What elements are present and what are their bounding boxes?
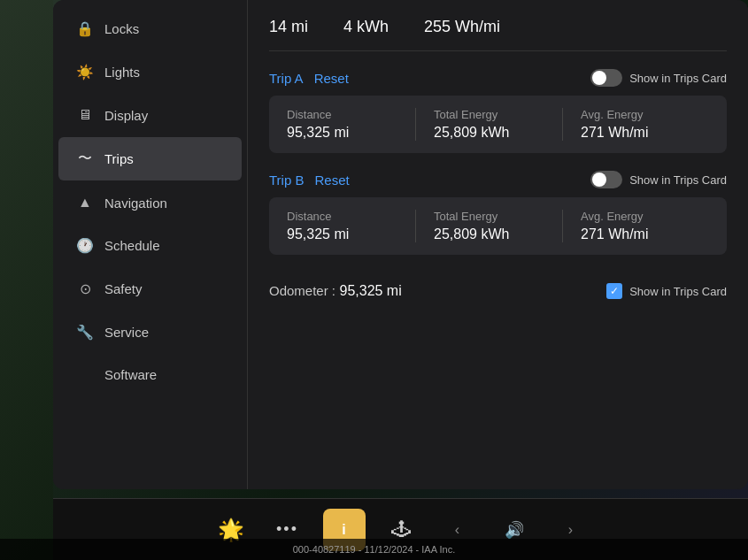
trip-a-energy-label: Total Energy	[434, 108, 562, 121]
trip-a-header: Trip A Reset Show in Trips Card	[269, 69, 727, 87]
sidebar-item-lights[interactable]: ☀️ Lights	[58, 51, 242, 93]
safety-icon: ⊙	[76, 280, 94, 297]
trip-b-header: Trip B Reset Show in Trips Card	[269, 171, 727, 188]
stat-avg-energy-value: 255 Wh/mi	[424, 18, 500, 36]
trip-b-reset-button[interactable]: Reset	[314, 173, 349, 188]
trip-a-avg-value: 271 Wh/mi	[581, 125, 709, 141]
odometer-toggle-container: ✓ Show in Trips Card	[606, 283, 727, 299]
trip-b-avg-energy-cell: Avg. Energy 271 Wh/mi	[562, 210, 709, 242]
trip-a-section: Trip A Reset Show in Trips Card Distance…	[269, 69, 727, 153]
trip-a-toggle-label: Show in Trips Card	[629, 72, 727, 85]
trip-b-energy-value: 25,809 kWh	[434, 226, 562, 242]
stat-distance-value: 14 mi	[269, 18, 308, 36]
trip-b-header-left: Trip B Reset	[269, 173, 350, 188]
sidebar-item-navigation[interactable]: ▲ Navigation	[58, 182, 242, 223]
trip-a-toggle-container: Show in Trips Card	[590, 69, 727, 87]
service-icon: 🔧	[76, 324, 94, 341]
trip-b-toggle-label: Show in Trips Card	[629, 173, 727, 187]
sidebar: 🔒 Locks ☀️ Lights 🖥 Display 〜 Trips ▲ Na…	[53, 0, 248, 489]
sidebar-item-trips[interactable]: 〜 Trips	[58, 137, 242, 180]
sidebar-item-software[interactable]: Software	[58, 355, 242, 395]
odometer-check-icon[interactable]: ✓	[606, 283, 622, 299]
trip-a-distance-cell: Distance 95,325 mi	[287, 108, 415, 141]
stat-avg-energy: 255 Wh/mi	[424, 18, 500, 36]
schedule-icon: 🕐	[76, 237, 94, 254]
trip-b-section: Trip B Reset Show in Trips Card Distance…	[269, 171, 727, 255]
trip-a-distance-value: 95,325 mi	[287, 125, 415, 141]
display-icon: 🖥	[76, 107, 94, 123]
trip-a-energy-value: 25,809 kWh	[434, 125, 562, 141]
trip-a-distance-label: Distance	[287, 108, 415, 121]
sidebar-item-schedule[interactable]: 🕐 Schedule	[58, 225, 242, 266]
odometer-value: 95,325 mi	[339, 283, 401, 298]
trip-a-label: Trip A	[269, 71, 304, 86]
stat-distance: 14 mi	[269, 18, 308, 36]
trip-b-data-row: Distance 95,325 mi Total Energy 25,809 k…	[269, 197, 727, 255]
navigation-icon: ▲	[76, 195, 94, 211]
trip-a-avg-energy-cell: Avg. Energy 271 Wh/mi	[562, 108, 709, 141]
sidebar-item-display[interactable]: 🖥 Display	[58, 95, 242, 135]
trip-b-distance-cell: Distance 95,325 mi	[287, 210, 415, 242]
top-stats-row: 14 mi 4 kWh 255 Wh/mi	[269, 18, 727, 51]
odometer-info: Odometer : 95,325 mi	[269, 283, 402, 299]
odometer-row: Odometer : 95,325 mi ✓ Show in Trips Car…	[269, 272, 727, 310]
main-content-area: 14 mi 4 kWh 255 Wh/mi Trip A Reset Show …	[248, 0, 748, 489]
stat-energy: 4 kWh	[343, 18, 389, 36]
trip-b-distance-label: Distance	[287, 210, 415, 223]
locks-icon: 🔒	[76, 20, 94, 37]
stat-energy-value: 4 kWh	[343, 18, 389, 36]
trip-a-reset-button[interactable]: Reset	[314, 71, 349, 86]
footer-bar: 000-40827119 - 11/12/2024 - IAA Inc.	[0, 539, 748, 560]
trip-a-toggle-switch[interactable]	[590, 69, 622, 87]
sidebar-item-safety[interactable]: ⊙ Safety	[58, 268, 242, 310]
trip-a-header-left: Trip A Reset	[269, 71, 349, 86]
trip-b-avg-value: 271 Wh/mi	[581, 226, 709, 242]
main-screen: 🔒 Locks ☀️ Lights 🖥 Display 〜 Trips ▲ Na…	[53, 0, 748, 489]
footer-text: 000-40827119 - 11/12/2024 - IAA Inc.	[293, 544, 455, 555]
trip-b-toggle-switch[interactable]	[590, 171, 622, 188]
trip-b-avg-label: Avg. Energy	[581, 210, 709, 223]
trip-b-toggle-container: Show in Trips Card	[590, 171, 727, 188]
trips-icon: 〜	[76, 150, 94, 168]
trip-b-label: Trip B	[269, 173, 304, 188]
odometer-toggle-label: Show in Trips Card	[629, 285, 727, 298]
lights-icon: ☀️	[76, 64, 94, 81]
trip-b-energy-label: Total Energy	[434, 210, 562, 223]
trip-a-avg-label: Avg. Energy	[581, 108, 709, 121]
sidebar-item-locks[interactable]: 🔒 Locks	[58, 8, 242, 50]
sidebar-item-service[interactable]: 🔧 Service	[58, 311, 242, 353]
trip-a-data-row: Distance 95,325 mi Total Energy 25,809 k…	[269, 96, 727, 153]
odometer-label: Odometer :	[269, 283, 335, 298]
trip-b-distance-value: 95,325 mi	[287, 226, 415, 242]
trip-b-energy-cell: Total Energy 25,809 kWh	[415, 210, 562, 242]
trip-a-energy-cell: Total Energy 25,809 kWh	[415, 108, 562, 141]
